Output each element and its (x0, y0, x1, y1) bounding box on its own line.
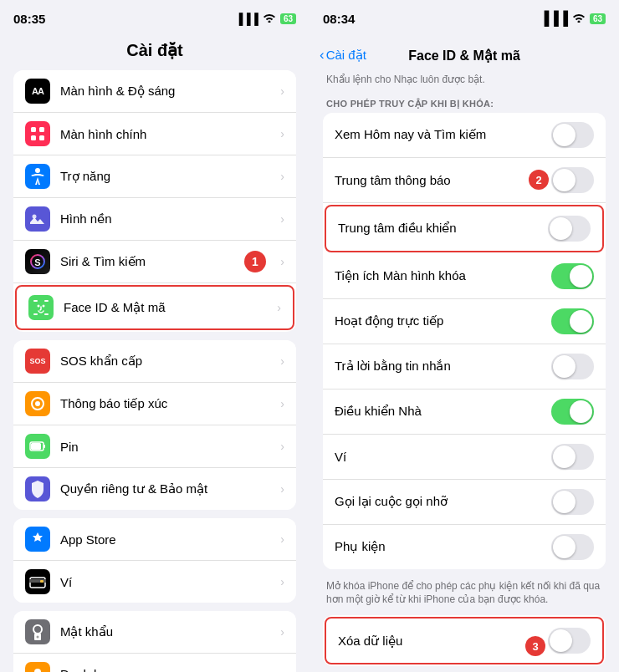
settings-item-password[interactable]: Mật khẩu › (13, 611, 296, 654)
svg-rect-18 (43, 445, 45, 448)
settings-item-wallet[interactable]: Ví › (13, 561, 296, 603)
exposure-label: Thông báo tiếp xúc (60, 396, 280, 411)
erase-data-label: Xóa dữ liệu (338, 634, 402, 649)
right-panel: 08:34 ▐▐▐ 63 ‹ Cài đặt Face ID & Mật mã … (310, 0, 619, 672)
siri-badge: 1 (244, 251, 266, 272)
exposure-chevron: › (280, 397, 284, 410)
appstore-chevron: › (280, 532, 284, 546)
settings-item-privacy[interactable]: Quyền riêng tư & Bảo mật › (13, 468, 296, 510)
reply-message-label: Trả lời bằng tin nhắn (335, 359, 451, 374)
password-label: Mật khẩu (60, 624, 280, 639)
nav-back-label: Cài đặt (326, 48, 366, 63)
return-calls-toggle[interactable] (551, 489, 594, 515)
left-status-icons: ▐▐▐ 63 (235, 13, 296, 25)
toggle-wallet: Ví (323, 435, 606, 480)
right-content: Khẩu lệnh cho Nhạc luôn được bật. CHO PH… (310, 74, 619, 672)
privacy-label: Quyền riêng tư & Bảo mật (60, 481, 280, 496)
left-battery-icon: 63 (280, 13, 296, 24)
today-toggle[interactable] (551, 122, 594, 148)
exposure-icon (25, 391, 50, 416)
svg-point-25 (34, 669, 41, 672)
settings-item-sos[interactable]: SOS SOS khẩn cấp › (13, 340, 296, 383)
sos-label: SOS khẩn cấp (60, 354, 280, 369)
right-nav-bar: ‹ Cài đặt Face ID & Mật mã (310, 37, 619, 74)
svg-rect-1 (39, 127, 44, 132)
svg-point-15 (35, 401, 40, 406)
today-label: Xem Hôm nay và Tìm kiếm (335, 127, 486, 142)
appstore-icon (25, 527, 50, 552)
toggle-home-control: Điều khiển Nhà (323, 389, 606, 435)
svg-rect-21 (40, 580, 43, 583)
return-calls-label: Gọi lại cuộc gọi nhỡ (335, 494, 448, 509)
toggle-reply-message: Trả lời bằng tin nhắn (323, 344, 606, 389)
signal-icon: ▐▐▐ (235, 13, 258, 25)
toggle-accessories: Phụ kiện (323, 525, 606, 569)
erase-list: Xóa dữ liệu 3 (323, 615, 606, 666)
live-activities-toggle[interactable] (551, 308, 594, 334)
wallet-icon-left (25, 569, 50, 594)
settings-item-exposure[interactable]: Thông báo tiếp xúc › (13, 383, 296, 425)
toggle-erase-data: Xóa dữ liệu 3 (325, 617, 604, 664)
erase-data-toggle[interactable] (548, 628, 591, 654)
settings-section-2: SOS SOS khẩn cấp › Thông báo tiếp xúc › … (13, 340, 296, 510)
right-battery-icon: 63 (590, 13, 606, 24)
live-activities-label: Hoạt động trực tiếp (335, 313, 443, 328)
wallpaper-icon (25, 206, 50, 232)
privacy-icon (25, 476, 50, 501)
battery-icon-item (25, 434, 50, 459)
homescreen-chevron: › (280, 127, 284, 140)
toggle-notification-center: Trung tâm thông báo 2 (323, 158, 606, 203)
wifi-icon (263, 13, 276, 25)
control-center-toggle[interactable] (548, 216, 591, 242)
svg-rect-8 (33, 300, 38, 302)
faceid-label: Face ID & Mật mã (64, 300, 277, 315)
left-panel: 08:35 ▐▐▐ 63 Cài đặt AA Màn hình & Độ sá… (0, 0, 310, 672)
badge-2: 2 (529, 170, 549, 190)
notification-center-label: Trung tâm thông báo (335, 173, 451, 187)
settings-item-siri[interactable]: S Siri & Tìm kiếm 1 › (13, 241, 296, 283)
settings-item-contacts[interactable]: Danh bạ › (13, 654, 296, 672)
settings-item-display[interactable]: AA Màn hình & Độ sáng › (13, 70, 296, 113)
svg-rect-2 (31, 135, 36, 140)
accessories-toggle[interactable] (551, 534, 594, 560)
home-control-toggle[interactable] (551, 399, 594, 425)
accessibility-label: Trợ năng (60, 169, 280, 184)
settings-item-battery[interactable]: Pin › (13, 425, 296, 468)
battery-label: Pin (60, 440, 280, 454)
siri-icon: S (25, 249, 50, 274)
left-status-time: 08:35 (13, 12, 45, 26)
lock-widgets-toggle[interactable] (551, 263, 594, 289)
notification-center-toggle[interactable] (551, 167, 594, 193)
home-control-label: Điều khiển Nhà (335, 404, 422, 419)
svg-rect-17 (31, 443, 41, 450)
settings-item-appstore[interactable]: App Store › (13, 518, 296, 561)
svg-rect-0 (31, 127, 36, 132)
settings-section-4: Mật khẩu › Danh bạ › (13, 611, 296, 672)
svg-point-22 (33, 625, 42, 634)
accessories-label: Phụ kiện (335, 539, 386, 554)
wallet-label-left: Ví (60, 575, 280, 589)
nav-back-button[interactable]: ‹ Cài đặt (320, 47, 366, 64)
top-note: Khẩu lệnh cho Nhạc luôn được bật. (323, 74, 606, 92)
back-chevron-icon: ‹ (320, 47, 325, 64)
accessibility-icon (25, 164, 50, 189)
right-status-icons: ▐▐▐ 63 (540, 11, 606, 26)
contacts-icon (25, 662, 50, 672)
settings-item-wallpaper[interactable]: Hình nền › (13, 198, 296, 241)
sos-chevron: › (280, 354, 284, 368)
sos-icon: SOS (25, 349, 50, 374)
reply-message-toggle[interactable] (551, 354, 594, 379)
settings-item-faceid[interactable]: Face ID & Mật mã › (15, 285, 294, 330)
left-status-bar: 08:35 ▐▐▐ 63 (0, 0, 310, 37)
wallet-toggle[interactable] (551, 444, 594, 470)
wallet-chevron: › (280, 575, 284, 588)
access-when-locked-label: CHO PHÉP TRUY CẬP KHI BỊ KHÓA: (323, 92, 606, 113)
appstore-label: App Store (60, 532, 280, 547)
settings-item-accessibility[interactable]: Trợ năng › (13, 155, 296, 198)
settings-item-homescreen[interactable]: Màn hình chính › (13, 113, 296, 155)
display-icon: AA (25, 79, 50, 104)
battery-chevron: › (280, 440, 284, 453)
svg-rect-3 (39, 135, 44, 140)
svg-point-12 (38, 305, 40, 308)
svg-point-24 (37, 636, 39, 639)
